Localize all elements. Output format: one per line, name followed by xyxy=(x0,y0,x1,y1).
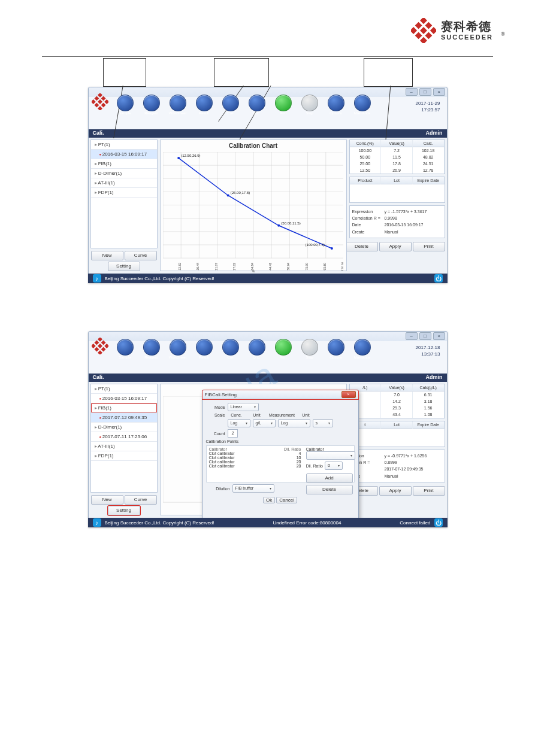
toolbar-reagent-button[interactable]: Reagent xyxy=(140,95,164,115)
curve-info: Expressiony = -1.5773*x + 3.3617 Correla… xyxy=(349,205,445,238)
toolbar-stop-button[interactable]: Stop xyxy=(298,95,322,115)
table-cell: 14.2 xyxy=(381,398,413,405)
cali-setting-dialog: FIBCali.Setting × Mode Linear Scale Conc… xyxy=(202,390,359,520)
tree-item[interactable]: AT-III(1) xyxy=(91,178,157,188)
table-cell: 24.51 xyxy=(413,160,445,167)
cal-points-label: Calibration Points xyxy=(206,439,355,444)
calibrator-list[interactable]: CalibratorDil. Ratio Clot calibrator4Clo… xyxy=(208,447,303,481)
scale-conc-select[interactable]: Log xyxy=(228,419,250,427)
curve-button[interactable]: Curve xyxy=(125,495,157,505)
svg-text:56.94: 56.94 xyxy=(286,263,290,271)
apply-button[interactable]: Apply xyxy=(379,242,412,251)
col-product: Product xyxy=(350,177,382,184)
delete-cal-button[interactable]: Delete xyxy=(306,485,353,494)
toolbar-maintance-button[interactable]: Maintance xyxy=(350,339,374,359)
tree-item[interactable]: PT(1) xyxy=(91,140,157,150)
assay-tree[interactable]: PT(1)2016-03-15 16:09:17FIB(1)D-Dimer(1)… xyxy=(90,139,158,248)
delete-button[interactable]: Delete xyxy=(346,242,378,251)
dilratio-select[interactable]: 0 xyxy=(325,462,343,470)
calibrator-row[interactable]: Clot calibrator20 xyxy=(208,464,303,468)
scale-unit-select[interactable]: g/L xyxy=(253,419,276,427)
toolbar-result-button[interactable]: Result xyxy=(192,95,216,115)
ok-button[interactable]: Ok xyxy=(263,497,275,503)
svg-rect-5 xyxy=(425,22,432,29)
meas-header: Measurement xyxy=(268,413,296,417)
add-button[interactable]: Add xyxy=(306,473,353,483)
table-cell: 3.18 xyxy=(413,398,445,405)
svg-rect-71 xyxy=(104,344,108,348)
col-expire: Expire Date xyxy=(413,177,445,184)
svg-point-39 xyxy=(226,194,229,196)
toolbar-sample-button[interactable]: Sample xyxy=(113,95,137,115)
svg-rect-17 xyxy=(98,99,102,104)
calibrator-row[interactable]: Clot calibrator20 xyxy=(208,460,303,464)
table-cell: 12.78 xyxy=(413,167,445,174)
tree-item[interactable]: 2016-03-15 16:09:17 xyxy=(91,394,157,403)
toolbar-qc-button[interactable]: Q.C. xyxy=(245,339,269,359)
svg-rect-68 xyxy=(98,338,102,342)
toolbar-worksheet-button[interactable]: WorkSheet xyxy=(166,95,190,115)
table-cell: 7.2 xyxy=(381,147,413,154)
tree-item[interactable]: FDP(1) xyxy=(91,188,157,198)
svg-rect-3 xyxy=(430,27,436,34)
tree-item[interactable]: FDP(1) xyxy=(91,451,157,461)
toolbar-worksheet-button[interactable]: WorkSheet xyxy=(166,339,190,359)
toolbar-cali-button[interactable]: Cali xyxy=(219,95,243,115)
tree-item[interactable]: FIB(1) xyxy=(91,159,157,169)
tree-item[interactable]: D-Dimer(1) xyxy=(91,423,157,432)
toolbar-options-button[interactable]: Options xyxy=(324,339,348,359)
toolbar-run-button[interactable]: Run xyxy=(271,95,295,115)
calibrator-row[interactable]: Clot calibrator10 xyxy=(208,456,303,460)
new-button[interactable]: New xyxy=(91,495,123,505)
tree-item[interactable]: 2017-07-11 17:23:06 xyxy=(91,432,157,442)
tree-item[interactable]: D-Dimer(1) xyxy=(91,169,157,178)
datetime-display: 2017-12-18 13:37:13 xyxy=(412,343,444,359)
scale-meas-select[interactable]: Log xyxy=(278,419,310,427)
curve-button[interactable]: Curve xyxy=(125,251,157,260)
dialog-title: FIBCali.Setting xyxy=(205,392,341,397)
power-icon[interactable]: ⏻ xyxy=(434,274,443,283)
tree-item[interactable]: 2016-03-15 16:09:17 xyxy=(91,150,157,159)
apply-button[interactable]: Apply xyxy=(379,486,412,496)
conc-header: Conc. xyxy=(228,413,246,417)
calibrator-row[interactable]: Clot calibrator4 xyxy=(208,451,303,456)
count-input[interactable]: 2 xyxy=(228,429,238,438)
setting-button[interactable]: Setting xyxy=(108,506,140,515)
dilution-select[interactable]: FIB buffer xyxy=(232,484,274,493)
svg-point-38 xyxy=(177,157,180,159)
svg-rect-70 xyxy=(92,344,96,348)
setting-button[interactable]: Setting xyxy=(108,262,140,271)
svg-text:(100.00,7.5): (100.00,7.5) xyxy=(305,243,324,247)
toolbar-sample-button[interactable]: Sample xyxy=(113,339,137,359)
lot-table: Product Lot Expire Date xyxy=(349,177,445,203)
cancel-button[interactable]: Cancel xyxy=(276,497,297,503)
tree-item[interactable]: PT(1) xyxy=(91,384,157,394)
toolbar-stop-button[interactable]: Stop xyxy=(298,339,322,359)
tree-item[interactable]: 2017-07-12 09:49:35 xyxy=(91,413,157,423)
toolbar-maintance-button[interactable]: Maintance xyxy=(350,95,374,115)
assay-tree[interactable]: PT(1)2016-03-15 16:09:17FIB(1)2017-07-12… xyxy=(90,384,158,493)
power-icon[interactable]: ⏻ xyxy=(434,518,443,527)
toolbar-options-button[interactable]: Options xyxy=(324,95,348,115)
toolbar-qc-button[interactable]: Q.C. xyxy=(245,95,269,115)
new-button[interactable]: New xyxy=(91,251,123,260)
toolbar-reagent-button[interactable]: Reagent xyxy=(140,339,164,359)
table-cell: 29.3 xyxy=(381,405,413,411)
svg-rect-72 xyxy=(94,340,99,345)
print-button[interactable]: Print xyxy=(413,486,445,496)
table-row: 100.007.2102.18 xyxy=(350,147,445,154)
toolbar-run-button[interactable]: Run xyxy=(271,339,295,359)
toolbar-cali-button[interactable]: Cali xyxy=(219,339,243,359)
chart-panel: Calibration Chart (12.50,26.9) (25.00,17… xyxy=(160,139,347,271)
toolbar-result-button[interactable]: Result xyxy=(192,339,216,359)
table-row: 50.0011.548.82 xyxy=(350,154,445,160)
scale-unit2-select[interactable]: s xyxy=(313,419,333,427)
print-button[interactable]: Print xyxy=(413,242,445,251)
mode-select[interactable]: Linear xyxy=(228,403,259,411)
dialog-titlebar[interactable]: FIBCali.Setting × xyxy=(202,390,358,399)
svg-text:16.44: 16.44 xyxy=(196,263,200,271)
tree-item[interactable]: FIB(1) xyxy=(91,403,157,413)
dialog-close-icon[interactable]: × xyxy=(341,391,356,398)
tree-item[interactable]: AT-III(1) xyxy=(91,442,157,451)
calibrator-select[interactable] xyxy=(306,451,355,460)
